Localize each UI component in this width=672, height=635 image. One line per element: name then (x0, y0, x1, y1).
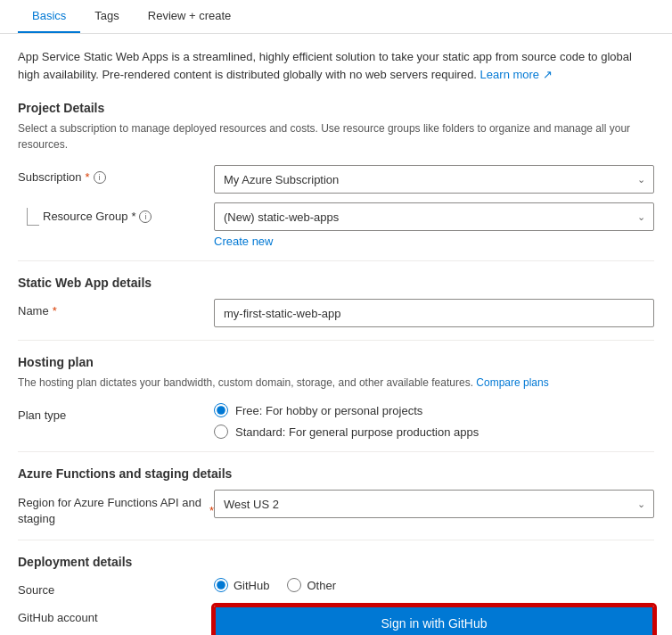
plan-type-row: Plan type Free: For hobby or personal pr… (18, 403, 654, 439)
plan-free-radio[interactable] (214, 403, 228, 417)
azure-functions-title: Azure Functions and staging details (18, 466, 654, 481)
external-link-icon: ↗ (543, 68, 553, 81)
region-select-wrapper: West US 2 ⌄ (214, 490, 654, 518)
intro-section: App Service Static Web Apps is a streaml… (18, 48, 654, 83)
plan-radio-group: Free: For hobby or personal projects Sta… (214, 403, 654, 439)
project-details-desc: Select a subscription to manage deployed… (18, 120, 654, 153)
region-row: Region for Azure Functions API and stagi… (18, 490, 654, 527)
project-details-title: Project Details (18, 101, 654, 115)
resource-group-required: * (131, 210, 135, 223)
github-account-row: GitHub account Sign in with GitHub (18, 606, 654, 635)
subscription-select-wrapper: My Azure Subscription ⌄ (214, 165, 654, 194)
name-required: * (53, 304, 57, 318)
source-github-option[interactable]: GitHub (214, 578, 269, 592)
compare-plans-link[interactable]: Compare plans (476, 376, 548, 389)
hosting-plan-desc: The hosting plan dictates your bandwidth… (18, 375, 654, 391)
plan-type-label: Plan type (18, 403, 214, 422)
hosting-plan-section: Hosting plan The hosting plan dictates y… (18, 355, 654, 452)
plan-standard-radio[interactable] (214, 425, 228, 439)
tab-tags[interactable]: Tags (80, 0, 133, 33)
region-label: Region for Azure Functions API and stagi… (18, 490, 214, 527)
indent-line (27, 208, 39, 226)
subscription-required: * (86, 170, 90, 184)
tab-basics[interactable]: Basics (18, 0, 80, 33)
static-web-app-title: Static Web App details (18, 276, 654, 290)
project-details-section: Project Details Select a subscription to… (18, 101, 654, 261)
sign-in-github-button[interactable]: Sign in with GitHub (214, 606, 654, 635)
tab-review-create[interactable]: Review + create (134, 0, 246, 33)
source-row: Source GitHub Other (18, 578, 654, 597)
static-web-app-section: Static Web App details Name * (18, 276, 654, 341)
source-label: Source (18, 578, 214, 597)
resource-group-field: (New) static-web-apps ⌄ Create new (214, 202, 654, 248)
azure-functions-section: Azure Functions and staging details Regi… (18, 466, 654, 540)
source-radio-group: GitHub Other (214, 578, 654, 592)
subscription-label: Subscription * i (18, 165, 214, 184)
subscription-row: Subscription * i My Azure Subscription ⌄ (18, 165, 654, 194)
create-new-link[interactable]: Create new (214, 235, 273, 248)
name-label: Name * (18, 299, 214, 318)
learn-more-link[interactable]: Learn more ↗ (480, 68, 553, 81)
name-input[interactable] (214, 299, 654, 327)
resource-group-select[interactable]: (New) static-web-apps (214, 202, 654, 231)
region-select[interactable]: West US 2 (214, 490, 654, 518)
source-other-radio[interactable] (287, 578, 301, 592)
subscription-info-icon[interactable]: i (94, 171, 106, 184)
plan-free-option[interactable]: Free: For hobby or personal projects (214, 403, 654, 417)
plan-type-options: Free: For hobby or personal projects Sta… (214, 403, 654, 439)
resource-group-info-icon[interactable]: i (139, 210, 152, 223)
intro-text: App Service Static Web Apps is a streaml… (18, 48, 654, 83)
subscription-select[interactable]: My Azure Subscription (214, 165, 654, 194)
resource-group-label: Resource Group * i (43, 208, 152, 223)
deployment-title: Deployment details (18, 555, 654, 569)
hosting-plan-title: Hosting plan (18, 355, 654, 369)
source-options: GitHub Other (214, 578, 654, 592)
resource-group-select-wrapper: (New) static-web-apps ⌄ (214, 202, 654, 231)
name-row: Name * (18, 299, 654, 327)
github-account-label: GitHub account (18, 606, 214, 624)
source-github-radio[interactable] (214, 578, 228, 592)
plan-standard-option[interactable]: Standard: For general purpose production… (214, 425, 654, 439)
github-account-field: Sign in with GitHub (214, 606, 654, 635)
source-other-option[interactable]: Other (287, 578, 336, 592)
tabs-container: Basics Tags Review + create (0, 0, 672, 34)
main-content: App Service Static Web Apps is a streaml… (0, 34, 672, 635)
deployment-section: Deployment details Source GitHub Other (18, 555, 654, 635)
resource-group-row: Resource Group * i (New) static-web-apps… (18, 202, 654, 248)
name-field (214, 299, 654, 327)
